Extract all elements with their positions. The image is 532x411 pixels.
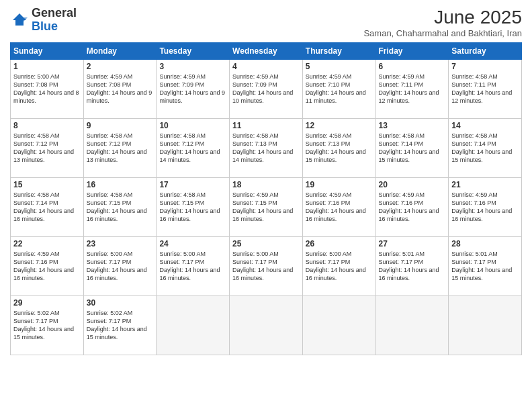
cell-info: Sunrise: 5:01 AMSunset: 7:17 PMDaylight:… <box>451 250 519 283</box>
day-number: 15 <box>13 180 81 189</box>
day-number: 10 <box>159 121 226 130</box>
calendar-cell: 29 Sunrise: 5:02 AMSunset: 7:17 PMDaylig… <box>11 296 84 355</box>
day-number: 11 <box>232 121 300 130</box>
calendar-cell: 26 Sunrise: 5:00 AMSunset: 7:17 PMDaylig… <box>302 237 375 296</box>
page: General Blue June 2025 Saman, Chaharmaha… <box>0 0 532 411</box>
day-number: 14 <box>451 121 519 130</box>
day-number: 9 <box>87 121 154 130</box>
calendar-cell: 23 Sunrise: 5:00 AMSunset: 7:17 PMDaylig… <box>83 237 157 296</box>
cell-info: Sunrise: 5:02 AMSunset: 7:17 PMDaylight:… <box>13 309 81 342</box>
calendar-cell <box>375 296 449 355</box>
calendar-cell: 9 Sunrise: 4:58 AMSunset: 7:12 PMDayligh… <box>83 119 157 178</box>
calendar-cell: 3 Sunrise: 4:59 AMSunset: 7:09 PMDayligh… <box>157 60 230 119</box>
calendar-cell: 2 Sunrise: 4:59 AMSunset: 7:08 PMDayligh… <box>83 60 157 119</box>
calendar-cell: 24 Sunrise: 5:00 AMSunset: 7:17 PMDaylig… <box>157 237 230 296</box>
cell-info: Sunrise: 5:00 AMSunset: 7:17 PMDaylight:… <box>306 250 373 283</box>
calendar-cell: 15 Sunrise: 4:58 AMSunset: 7:14 PMDaylig… <box>11 178 84 237</box>
cell-info: Sunrise: 4:58 AMSunset: 7:14 PMDaylight:… <box>379 132 446 165</box>
calendar-cell <box>157 296 230 355</box>
day-number: 26 <box>306 239 373 248</box>
calendar-cell: 18 Sunrise: 4:59 AMSunset: 7:15 PMDaylig… <box>230 178 303 237</box>
cell-info: Sunrise: 4:59 AMSunset: 7:16 PMDaylight:… <box>306 191 373 224</box>
day-number: 18 <box>232 180 300 189</box>
day-number: 24 <box>159 239 226 248</box>
calendar-cell <box>449 296 522 355</box>
day-number: 17 <box>159 180 226 189</box>
title-block: June 2025 Saman, Chaharmahal and Bakhtia… <box>363 7 522 38</box>
month-year: June 2025 <box>363 7 522 28</box>
cell-info: Sunrise: 4:58 AMSunset: 7:15 PMDaylight:… <box>87 191 154 224</box>
calendar-cell <box>230 296 303 355</box>
day-number: 4 <box>232 62 300 71</box>
col-tuesday: Tuesday <box>157 43 230 60</box>
header: General Blue June 2025 Saman, Chaharmaha… <box>10 7 522 38</box>
calendar-week-1: 1 Sunrise: 5:00 AMSunset: 7:08 PMDayligh… <box>11 60 522 119</box>
cell-info: Sunrise: 4:59 AMSunset: 7:08 PMDaylight:… <box>87 73 154 105</box>
calendar-cell: 13 Sunrise: 4:58 AMSunset: 7:14 PMDaylig… <box>375 119 449 178</box>
day-number: 30 <box>87 298 154 308</box>
calendar-cell: 20 Sunrise: 4:59 AMSunset: 7:16 PMDaylig… <box>375 178 449 237</box>
calendar-cell: 6 Sunrise: 4:59 AMSunset: 7:11 PMDayligh… <box>375 60 449 119</box>
day-number: 16 <box>87 180 154 189</box>
calendar-week-5: 29 Sunrise: 5:02 AMSunset: 7:17 PMDaylig… <box>11 296 522 355</box>
day-number: 27 <box>379 239 446 248</box>
cell-info: Sunrise: 4:59 AMSunset: 7:09 PMDaylight:… <box>232 73 300 105</box>
calendar-cell: 21 Sunrise: 4:59 AMSunset: 7:16 PMDaylig… <box>449 178 522 237</box>
calendar-cell: 25 Sunrise: 5:00 AMSunset: 7:17 PMDaylig… <box>230 237 303 296</box>
cell-info: Sunrise: 4:58 AMSunset: 7:13 PMDaylight:… <box>232 132 300 165</box>
day-number: 5 <box>306 62 373 71</box>
cell-info: Sunrise: 4:58 AMSunset: 7:15 PMDaylight:… <box>159 191 226 224</box>
calendar-cell: 27 Sunrise: 5:01 AMSunset: 7:17 PMDaylig… <box>375 237 449 296</box>
cell-info: Sunrise: 5:01 AMSunset: 7:17 PMDaylight:… <box>379 250 446 283</box>
cell-info: Sunrise: 4:59 AMSunset: 7:16 PMDaylight:… <box>379 191 446 224</box>
cell-info: Sunrise: 4:58 AMSunset: 7:12 PMDaylight:… <box>87 132 154 165</box>
logo-blue-text: Blue <box>32 19 58 33</box>
col-saturday: Saturday <box>449 43 522 60</box>
cell-info: Sunrise: 4:59 AMSunset: 7:11 PMDaylight:… <box>379 73 446 105</box>
day-number: 22 <box>13 239 81 248</box>
day-number: 23 <box>87 239 154 248</box>
cell-info: Sunrise: 5:02 AMSunset: 7:17 PMDaylight:… <box>87 309 154 342</box>
cell-info: Sunrise: 5:00 AMSunset: 7:17 PMDaylight:… <box>159 250 226 283</box>
calendar-cell: 10 Sunrise: 4:58 AMSunset: 7:12 PMDaylig… <box>157 119 230 178</box>
calendar-cell: 22 Sunrise: 4:59 AMSunset: 7:16 PMDaylig… <box>11 237 84 296</box>
day-number: 21 <box>451 180 519 189</box>
cell-info: Sunrise: 5:00 AMSunset: 7:08 PMDaylight:… <box>13 73 81 105</box>
col-sunday: Sunday <box>11 43 84 60</box>
calendar-cell: 17 Sunrise: 4:58 AMSunset: 7:15 PMDaylig… <box>157 178 230 237</box>
col-wednesday: Wednesday <box>230 43 303 60</box>
calendar-cell: 28 Sunrise: 5:01 AMSunset: 7:17 PMDaylig… <box>449 237 522 296</box>
day-number: 3 <box>159 62 226 71</box>
cell-info: Sunrise: 4:58 AMSunset: 7:11 PMDaylight:… <box>451 73 519 105</box>
day-number: 2 <box>87 62 154 71</box>
logo: General Blue <box>10 7 77 34</box>
calendar-week-2: 8 Sunrise: 4:58 AMSunset: 7:12 PMDayligh… <box>11 119 522 178</box>
calendar-cell: 19 Sunrise: 4:59 AMSunset: 7:16 PMDaylig… <box>302 178 375 237</box>
cell-info: Sunrise: 4:58 AMSunset: 7:12 PMDaylight:… <box>13 132 81 165</box>
calendar-cell: 14 Sunrise: 4:58 AMSunset: 7:14 PMDaylig… <box>449 119 522 178</box>
logo-icon <box>10 11 29 30</box>
day-number: 28 <box>451 239 519 248</box>
calendar-cell: 12 Sunrise: 4:58 AMSunset: 7:13 PMDaylig… <box>302 119 375 178</box>
calendar-cell: 8 Sunrise: 4:58 AMSunset: 7:12 PMDayligh… <box>11 119 84 178</box>
svg-marker-1 <box>24 17 28 21</box>
calendar-cell: 5 Sunrise: 4:59 AMSunset: 7:10 PMDayligh… <box>302 60 375 119</box>
cell-info: Sunrise: 4:59 AMSunset: 7:15 PMDaylight:… <box>232 191 300 224</box>
location: Saman, Chaharmahal and Bakhtiari, Iran <box>363 28 522 38</box>
cell-info: Sunrise: 4:59 AMSunset: 7:09 PMDaylight:… <box>159 73 226 105</box>
day-number: 20 <box>379 180 446 189</box>
calendar-cell: 11 Sunrise: 4:58 AMSunset: 7:13 PMDaylig… <box>230 119 303 178</box>
cell-info: Sunrise: 4:58 AMSunset: 7:14 PMDaylight:… <box>13 191 81 224</box>
calendar-cell: 1 Sunrise: 5:00 AMSunset: 7:08 PMDayligh… <box>11 60 84 119</box>
calendar-cell: 7 Sunrise: 4:58 AMSunset: 7:11 PMDayligh… <box>449 60 522 119</box>
day-number: 29 <box>13 298 81 308</box>
day-number: 1 <box>13 62 81 71</box>
cell-info: Sunrise: 4:59 AMSunset: 7:16 PMDaylight:… <box>451 191 519 224</box>
cell-info: Sunrise: 4:58 AMSunset: 7:14 PMDaylight:… <box>451 132 519 165</box>
day-number: 8 <box>13 121 81 130</box>
day-number: 13 <box>379 121 446 130</box>
col-thursday: Thursday <box>302 43 375 60</box>
cell-info: Sunrise: 4:58 AMSunset: 7:13 PMDaylight:… <box>306 132 373 165</box>
col-friday: Friday <box>375 43 449 60</box>
calendar-week-3: 15 Sunrise: 4:58 AMSunset: 7:14 PMDaylig… <box>11 178 522 237</box>
